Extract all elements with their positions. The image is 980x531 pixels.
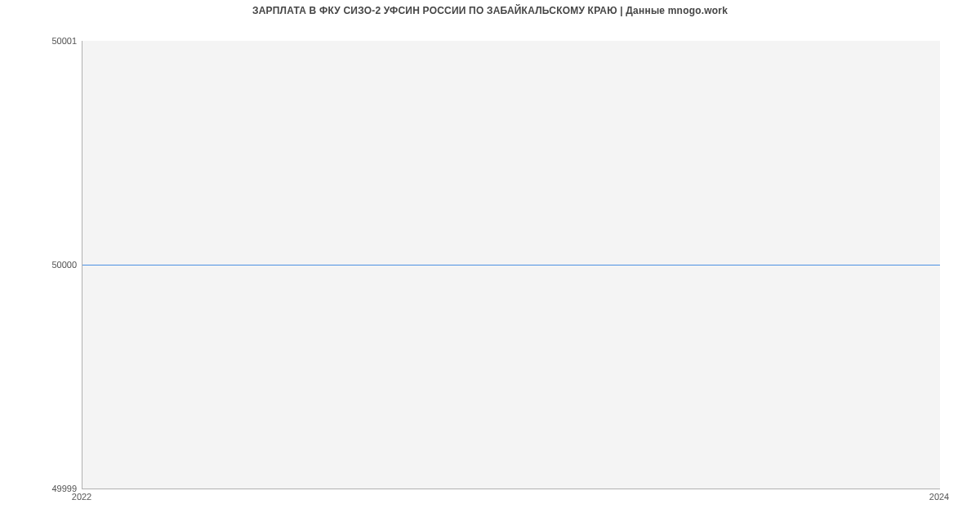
y-tick-label: 49999 [3,484,77,493]
y-tick-label: 50000 [3,260,77,270]
plot-area [82,41,940,489]
y-tick-label: 50001 [3,36,77,46]
x-tick-label: 2022 [72,492,91,502]
chart-title: ЗАРПЛАТА В ФКУ СИЗО-2 УФСИН РОССИИ ПО ЗА… [0,5,980,16]
chart-container: ЗАРПЛАТА В ФКУ СИЗО-2 УФСИН РОССИИ ПО ЗА… [0,0,980,531]
data-line [82,265,940,266]
x-tick-label: 2024 [929,492,949,502]
